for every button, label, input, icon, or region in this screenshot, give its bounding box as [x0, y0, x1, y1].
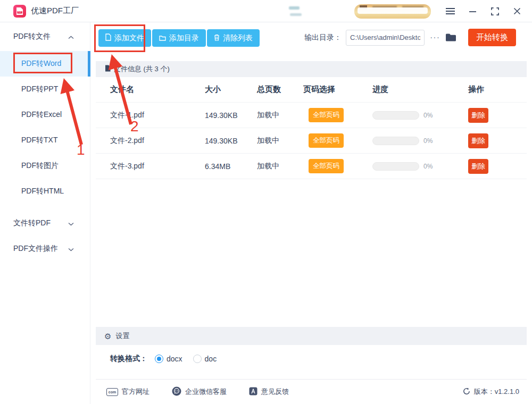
clear-list-label: 清除列表	[223, 33, 253, 43]
radio-option-doc[interactable]: doc	[193, 355, 217, 363]
sidebar-item-pdf-to-ppt[interactable]: PDF转PPT	[0, 77, 90, 102]
add-folder-button[interactable]: 添加目录	[152, 29, 206, 47]
output-directory-input[interactable]	[346, 30, 425, 46]
sidebar-item-pdf-to-txt[interactable]: PDF转TXT	[0, 128, 90, 153]
file-icon	[105, 33, 111, 43]
menu-icon[interactable]	[445, 6, 455, 16]
add-folder-label: 添加目录	[169, 33, 199, 43]
col-header-size: 大小	[205, 85, 257, 95]
output-directory-label: 输出目录：	[304, 33, 342, 43]
sidebar-group-label: PDF文件操作	[13, 244, 58, 254]
sidebar-item-pdf-to-word[interactable]: PDF转Word	[0, 51, 90, 77]
wechat-service-link[interactable]: 企业微信客服	[172, 386, 227, 398]
feedback-icon	[249, 387, 257, 397]
chevron-down-icon	[68, 245, 74, 253]
file-action-buttons: 添加文件 添加目录 清除列表	[98, 29, 260, 47]
cell-size: 149.30KB	[205, 137, 257, 145]
app-title: 优速PDF工厂	[31, 6, 79, 16]
title-bar: PDF 优速PDF工厂	[0, 0, 532, 22]
footer: com 官方网址 企业微信客服 意见反馈 版本：v1.2.1.0	[96, 379, 527, 404]
browse-more-button[interactable]: ···	[430, 33, 440, 42]
progress-percent: 0%	[423, 112, 433, 119]
official-site-label: 官方网址	[122, 387, 149, 397]
sidebar-group-file-to-pdf[interactable]: 文件转PDF	[0, 211, 90, 236]
official-site-link[interactable]: com 官方网址	[106, 387, 149, 397]
sidebar-item-pdf-to-image[interactable]: PDF转图片	[0, 153, 90, 179]
redacted-vip-wash	[358, 7, 428, 14]
sidebar-item-label: PDF转Excel	[21, 110, 62, 120]
cell-filename: 文件-2.pdf	[110, 136, 205, 146]
cell-pages: 加载中	[257, 162, 303, 171]
sidebar-gap	[0, 204, 90, 211]
open-folder-icon[interactable]	[445, 33, 456, 42]
refresh-icon[interactable]	[463, 388, 470, 397]
col-header-pages: 总页数	[257, 85, 303, 95]
sidebar-item-label: PDF转HTML	[21, 187, 64, 196]
table-header-row: 文件名 大小 总页数 页码选择 进度 操作	[96, 77, 527, 103]
app-logo-pdf-icon: PDF	[13, 5, 26, 18]
page-select-button[interactable]: 全部页码	[309, 159, 344, 173]
feedback-label: 意见反馈	[261, 387, 289, 397]
col-header-action: 操作	[468, 85, 527, 95]
sidebar-group-pdf-to-file[interactable]: PDF转文件	[0, 22, 90, 51]
cell-size: 6.34MB	[205, 162, 257, 171]
cell-pages: 加载中	[257, 136, 303, 146]
cell-filename: 文件-1.pdf	[110, 111, 205, 120]
radio-selected-icon[interactable]	[155, 355, 163, 363]
minimize-icon[interactable]	[467, 6, 478, 16]
radio-option-docx[interactable]: docx	[155, 355, 182, 363]
table-row: 文件-1.pdf 149.30KB 加载中 全部页码 0% 删除	[96, 103, 527, 128]
file-table: 文件信息 (共 3 个) 文件名 大小 总页数 页码选择 进度 操作 文件-1.…	[96, 61, 527, 179]
com-badge-icon: com	[106, 388, 118, 396]
cell-filename: 文件-3.pdf	[110, 162, 205, 171]
sidebar-group-label: PDF转文件	[13, 32, 51, 41]
radio-label: docx	[167, 355, 182, 363]
sidebar-item-label: PDF转TXT	[21, 136, 57, 145]
cell-pages: 加载中	[257, 111, 303, 120]
clear-list-button[interactable]: 清除列表	[207, 29, 260, 47]
redacted-vip-pill	[354, 4, 431, 19]
format-label: 转换格式：	[110, 354, 147, 364]
delete-button[interactable]: 删除	[468, 159, 488, 174]
cell-size: 149.30KB	[205, 111, 257, 120]
close-icon[interactable]	[512, 6, 522, 16]
redacted-avatar-smudge	[289, 6, 300, 10]
version-label: 版本：v1.2.1.0	[474, 387, 519, 397]
document-icon	[105, 65, 111, 73]
sidebar-group-pdf-operations[interactable]: PDF文件操作	[0, 236, 90, 262]
add-file-label: 添加文件	[114, 33, 144, 43]
maximize-icon[interactable]	[489, 6, 500, 16]
page-select-button[interactable]: 全部页码	[309, 133, 344, 148]
toolbar: 添加文件 添加目录 清除列表 输出目录： ··· 开始转换	[91, 22, 532, 53]
redacted-vip-mark	[402, 6, 423, 9]
sidebar-item-pdf-to-html[interactable]: PDF转HTML	[0, 179, 90, 204]
sidebar-item-label: PDF转图片	[21, 161, 59, 171]
convert-format-row: 转换格式： docx doc	[96, 345, 527, 373]
delete-button[interactable]: 删除	[468, 108, 488, 123]
gear-icon: ⚙	[104, 332, 111, 340]
table-row: 文件-3.pdf 6.34MB 加载中 全部页码 0% 删除	[96, 154, 527, 179]
feedback-link[interactable]: 意见反馈	[249, 387, 289, 397]
folder-icon	[159, 34, 166, 43]
page-select-button[interactable]: 全部页码	[309, 108, 344, 122]
radio-label: doc	[205, 355, 217, 363]
settings-bar: ⚙ 设置	[96, 327, 527, 345]
version-info: 版本：v1.2.1.0	[463, 387, 519, 397]
sidebar-item-pdf-to-excel[interactable]: PDF转Excel	[0, 102, 90, 128]
radio-unselected-icon[interactable]	[193, 355, 202, 363]
sidebar: PDF转文件 PDF转Word PDF转PPT PDF转Excel PDF转TX…	[0, 22, 90, 404]
start-convert-button[interactable]: 开始转换	[468, 29, 516, 46]
chevron-down-icon	[68, 219, 74, 228]
redacted-avatar-smudge	[290, 13, 302, 16]
delete-button[interactable]: 删除	[468, 133, 488, 148]
output-directory-group: 输出目录： ··· 开始转换	[304, 29, 516, 46]
chevron-up-icon	[68, 32, 74, 41]
progress-percent: 0%	[423, 163, 433, 170]
add-file-button[interactable]: 添加文件	[98, 29, 151, 47]
redacted-badge-dot	[363, 4, 372, 9]
table-row: 文件-2.pdf 149.30KB 加载中 全部页码 0% 删除	[96, 128, 527, 154]
wechat-service-icon	[172, 386, 181, 398]
settings-title: 设置	[115, 331, 129, 341]
main-panel: 添加文件 添加目录 清除列表 输出目录： ··· 开始转换 文件信息 (共 3 …	[91, 22, 532, 404]
window-controls	[445, 0, 522, 22]
